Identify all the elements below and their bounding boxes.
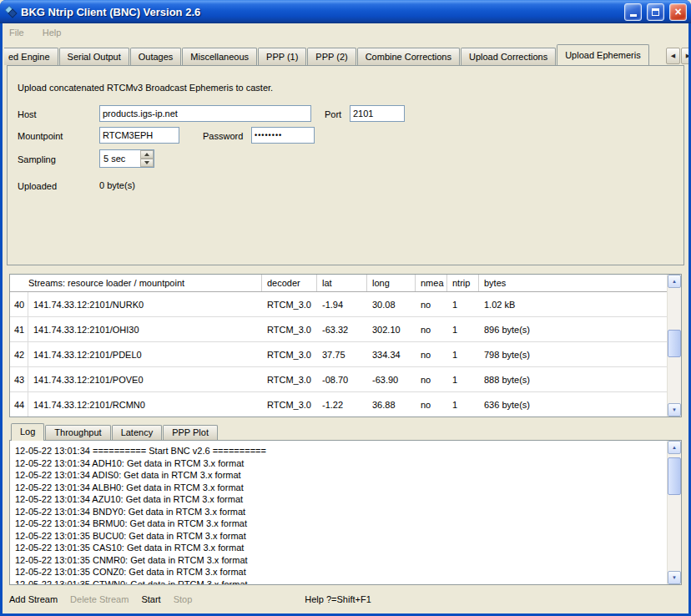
log-line: 12-05-22 13:01:34 BNDY0: Get data in RTC… bbox=[15, 506, 662, 518]
maximize-icon bbox=[652, 8, 659, 16]
tab-latency[interactable]: Latency bbox=[112, 425, 163, 440]
stream-row[interactable]: 43141.74.33.12:2101/POVE0RTCM_3.0-08.70-… bbox=[10, 367, 667, 392]
tab-ppp-1[interactable]: PPP (1) bbox=[258, 48, 306, 65]
log-scroll-thumb[interactable] bbox=[668, 457, 681, 495]
log-line: 12-05-22 13:01:34 BRMU0: Get data in RTC… bbox=[15, 518, 662, 530]
tab-ed-engine[interactable]: ed Engine bbox=[4, 48, 58, 65]
tab-throughput[interactable]: Throughput bbox=[45, 425, 110, 440]
nmea-cell: no bbox=[416, 300, 447, 310]
menu-bar: File Help bbox=[3, 23, 688, 42]
tab-upload-ephemeris[interactable]: Upload Ephemeris bbox=[557, 44, 649, 65]
streams-scrollbar[interactable]: ▲ ▼ bbox=[667, 275, 681, 417]
sampling-label: Sampling bbox=[18, 154, 56, 165]
menu-file[interactable]: File bbox=[9, 28, 24, 38]
streams-scroll-thumb[interactable] bbox=[668, 330, 681, 357]
tab-upload-corrections[interactable]: Upload Corrections bbox=[461, 48, 556, 65]
streams-table: Streams: resource loader / mountpointdec… bbox=[9, 274, 682, 417]
bnc-window: BKG Ntrip Client (BNC) Version 2.6 × Fil… bbox=[0, 0, 691, 616]
log-scrollbar[interactable]: ▲ ▼ bbox=[667, 441, 681, 584]
stream-row[interactable]: 42141.74.33.12:2101/PDEL0RTCM_3.037.7533… bbox=[10, 342, 667, 367]
bytes-cell: 798 byte(s) bbox=[479, 350, 667, 360]
tab-log[interactable]: Log bbox=[11, 423, 44, 441]
log-line: 12-05-22 13:01:34 ALBH0: Get data in RTC… bbox=[15, 482, 662, 494]
stream-row[interactable]: 44141.74.33.12:2101/RCMN0RTCM_3.0-1.2236… bbox=[10, 392, 667, 417]
log-scroll-up-button[interactable]: ▲ bbox=[668, 441, 681, 454]
uploaded-label: Uploaded bbox=[18, 180, 57, 192]
start-button[interactable]: Start bbox=[141, 594, 160, 604]
column-header-decoder: decoder bbox=[262, 275, 317, 291]
row-number: 43 bbox=[10, 367, 28, 391]
log-line: 12-05-22 13:01:35 CNMR0: Get data in RTC… bbox=[15, 554, 662, 567]
stream-cell: 141.74.33.12:2101/NURK0 bbox=[28, 300, 262, 310]
panel-description: Upload concatenated RTCMv3 Broadcast Eph… bbox=[18, 83, 273, 93]
bytes-cell: 1.02 kB bbox=[479, 300, 667, 310]
log-scroll-down-button[interactable]: ▼ bbox=[668, 571, 681, 584]
tab-scroll-left-button[interactable]: ◀ bbox=[666, 48, 680, 64]
log-line: 12-05-22 13:01:34 ========== Start BNC v… bbox=[15, 445, 662, 457]
mountpoint-input[interactable] bbox=[99, 127, 179, 144]
host-input[interactable] bbox=[99, 105, 311, 122]
password-label: Password bbox=[203, 130, 243, 142]
tab-outages[interactable]: Outages bbox=[130, 48, 182, 65]
title-bar[interactable]: BKG Ntrip Client (BNC) Version 2.6 × bbox=[0, 0, 691, 23]
log-output[interactable]: 12-05-22 13:01:34 ========== Start BNC v… bbox=[10, 441, 667, 584]
decoder-cell: RTCM_3.0 bbox=[262, 350, 317, 360]
lat-cell: 37.75 bbox=[317, 350, 367, 360]
bytes-cell: 888 byte(s) bbox=[479, 375, 667, 385]
sampling-value[interactable]: 5 sec bbox=[100, 150, 140, 167]
ntrip-cell: 1 bbox=[447, 325, 479, 335]
streams-table-main: Streams: resource loader / mountpointdec… bbox=[10, 275, 667, 417]
ntrip-cell: 1 bbox=[447, 350, 479, 360]
nmea-cell: no bbox=[416, 375, 447, 385]
tab-miscellaneous[interactable]: Miscellaneous bbox=[182, 48, 257, 65]
stop-button: Stop bbox=[174, 594, 193, 604]
decoder-cell: RTCM_3.0 bbox=[262, 325, 317, 335]
sampling-spinbox[interactable]: 5 sec bbox=[99, 149, 154, 168]
row-number: 41 bbox=[10, 317, 28, 341]
host-label: Host bbox=[18, 109, 37, 120]
add-stream-button[interactable]: Add Stream bbox=[9, 594, 58, 604]
streams-scroll-down-button[interactable]: ▼ bbox=[668, 403, 681, 417]
log-scroll-track[interactable] bbox=[668, 454, 681, 571]
port-input[interactable] bbox=[350, 105, 405, 122]
main-tabs: ed EngineSerial OutputOutagesMiscellaneo… bbox=[4, 44, 650, 65]
streams-scroll-up-button[interactable]: ▲ bbox=[668, 275, 681, 288]
stream-row[interactable]: 40141.74.33.12:2101/NURK0RTCM_3.0-1.9430… bbox=[10, 292, 667, 317]
column-header-ntrip: ntrip bbox=[447, 275, 479, 291]
ntrip-cell: 1 bbox=[447, 300, 479, 310]
decoder-cell: RTCM_3.0 bbox=[262, 375, 317, 385]
password-input[interactable] bbox=[251, 127, 315, 144]
tab-combine-corrections[interactable]: Combine Corrections bbox=[357, 48, 460, 65]
streams-table-body: 40141.74.33.12:2101/NURK0RTCM_3.0-1.9430… bbox=[10, 292, 667, 417]
close-button[interactable]: × bbox=[669, 3, 687, 21]
mountpoint-label: Mountpoint bbox=[18, 130, 63, 142]
sampling-up-button[interactable] bbox=[140, 150, 154, 159]
main-tab-bar: ed EngineSerial OutputOutagesMiscellaneo… bbox=[3, 42, 688, 65]
tab-scroll-right-button[interactable]: ▶ bbox=[681, 48, 688, 64]
row-number: 40 bbox=[10, 292, 28, 316]
upload-ephemeris-panel: Upload concatenated RTCMv3 Broadcast Eph… bbox=[7, 65, 684, 265]
tab-serial-output[interactable]: Serial Output bbox=[59, 48, 129, 65]
log-line: 12-05-22 13:01:35 CTWN0: Get data in RTC… bbox=[15, 578, 662, 585]
tab-ppp-2[interactable]: PPP (2) bbox=[307, 48, 356, 65]
minimize-button[interactable] bbox=[624, 3, 642, 21]
action-buttons: Add StreamDelete StreamStartStop bbox=[9, 594, 192, 604]
uploaded-value: 0 byte(s) bbox=[99, 180, 135, 190]
lat-cell: -63.32 bbox=[317, 325, 367, 335]
long-cell: 36.88 bbox=[367, 400, 416, 410]
decoder-cell: RTCM_3.0 bbox=[262, 300, 317, 310]
ntrip-cell: 1 bbox=[447, 400, 479, 410]
stream-cell: 141.74.33.12:2101/POVE0 bbox=[28, 375, 262, 385]
sampling-down-button[interactable] bbox=[140, 159, 154, 167]
maximize-button[interactable] bbox=[647, 3, 664, 21]
lat-cell: -1.22 bbox=[317, 400, 367, 410]
stream-cell: 141.74.33.12:2101/OHI30 bbox=[28, 325, 262, 335]
stream-cell: 141.74.33.12:2101/RCMN0 bbox=[28, 400, 262, 410]
stream-row[interactable]: 41141.74.33.12:2101/OHI30RTCM_3.0-63.323… bbox=[10, 317, 667, 342]
menu-help[interactable]: Help bbox=[43, 28, 62, 38]
tab-ppp-plot[interactable]: PPP Plot bbox=[163, 425, 218, 440]
help-button[interactable]: Help ?=Shift+F1 bbox=[305, 594, 371, 604]
row-number: 42 bbox=[10, 342, 28, 366]
log-line: 12-05-22 13:01:34 ADIS0: Get data in RTC… bbox=[15, 469, 662, 482]
streams-scroll-track[interactable] bbox=[668, 288, 681, 403]
